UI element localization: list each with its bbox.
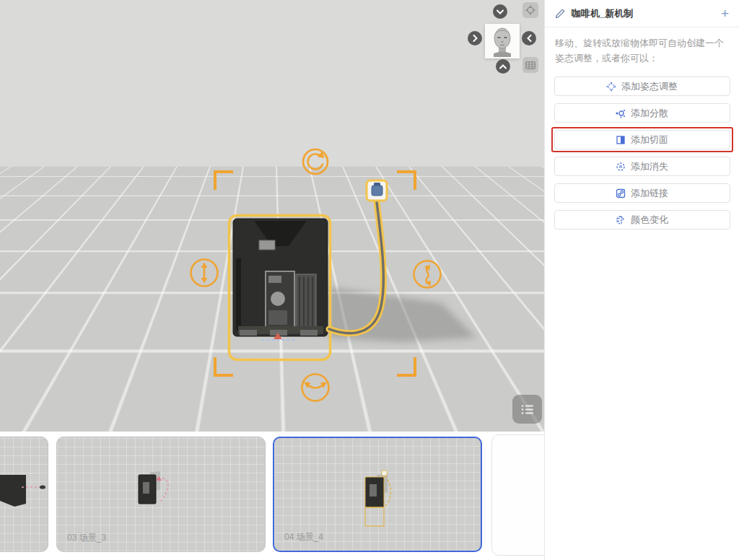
scene-thumbnail-partial[interactable] bbox=[0, 437, 48, 552]
add-pose-adjust-button[interactable]: 添加姿态调整 bbox=[554, 76, 730, 96]
button-label: 添加分散 bbox=[631, 107, 668, 120]
rotate-view-right-button[interactable] bbox=[468, 31, 482, 45]
add-link-button[interactable]: 添加链接 bbox=[554, 183, 730, 203]
grid-toggle-button[interactable] bbox=[522, 57, 538, 73]
button-row: 颜色变化 bbox=[551, 207, 733, 232]
add-section-cut-button[interactable]: 添加切面 bbox=[554, 130, 730, 149]
section-cut-icon bbox=[616, 135, 626, 145]
button-label: 添加消失 bbox=[631, 160, 668, 173]
button-label: 添加切面 bbox=[631, 134, 668, 146]
color-change-icon bbox=[616, 215, 626, 225]
move-vertical-button[interactable] bbox=[191, 260, 218, 286]
panel-description: 移动、旋转或放缩物体即可自动创建一个姿态调整，或者你可以： bbox=[545, 27, 739, 67]
panel-header: 咖啡机_新机制 + bbox=[545, 0, 739, 27]
coffee-machine-object[interactable] bbox=[233, 219, 328, 336]
selection-bracket-bottom-right bbox=[397, 357, 416, 377]
power-plug-object[interactable] bbox=[367, 180, 387, 201]
chevron-down-icon bbox=[497, 9, 504, 14]
chevron-left-icon bbox=[527, 35, 532, 42]
tilt-rotate-button[interactable] bbox=[414, 261, 441, 288]
dissolve-icon bbox=[616, 162, 626, 172]
pose-adjust-icon bbox=[606, 82, 616, 92]
scene-thumbnail-3[interactable]: 03 场景_3 bbox=[56, 437, 266, 552]
rotate-view-down-button[interactable] bbox=[493, 4, 507, 19]
thumbnail-label: 04 场景_4 bbox=[284, 531, 323, 543]
rotate-view-up-button[interactable] bbox=[496, 59, 510, 74]
scatter-icon bbox=[616, 108, 626, 118]
action-button-list: 添加姿态调整 添加分散 bbox=[545, 67, 739, 232]
button-label: 颜色变化 bbox=[631, 214, 668, 227]
scene-filmstrip: 03 场景_3 04 场景_4 bbox=[0, 432, 544, 560]
rotate-cw-button[interactable] bbox=[303, 149, 328, 174]
button-row: 添加链接 bbox=[551, 180, 733, 206]
highlighted-button-row: 添加切面 bbox=[551, 127, 733, 152]
link-icon bbox=[616, 188, 626, 198]
button-row: 添加姿态调整 bbox=[551, 74, 733, 99]
rotate-view-left-button[interactable] bbox=[522, 31, 536, 45]
swing-rotate-button[interactable] bbox=[302, 375, 329, 401]
gizmo-settings-button[interactable] bbox=[522, 2, 538, 18]
chevron-up-icon bbox=[499, 64, 507, 69]
properties-panel: 咖啡机_新机制 + 移动、旋转或放缩物体即可自动创建一个姿态调整，或者你可以： … bbox=[544, 0, 739, 560]
chevron-right-icon bbox=[473, 35, 478, 42]
selection-bracket-top-left bbox=[214, 170, 233, 190]
color-change-button[interactable]: 颜色变化 bbox=[554, 210, 730, 229]
selection-bracket-top-right bbox=[397, 170, 416, 190]
button-row: 添加分散 bbox=[551, 100, 733, 126]
button-row: 添加消失 bbox=[551, 154, 733, 179]
thumbnail-label: 03 场景_3 bbox=[67, 532, 106, 544]
view-orientation-gizmo[interactable] bbox=[485, 24, 520, 58]
project-title: 咖啡机_新机制 bbox=[572, 7, 633, 20]
button-label: 添加姿态调整 bbox=[621, 80, 678, 93]
scene-thumbnail-4-selected[interactable]: 04 场景_4 bbox=[273, 437, 482, 552]
grid-icon bbox=[525, 61, 535, 69]
list-icon bbox=[521, 404, 534, 415]
app-window: 03 场景_3 04 场景_4 咖啡机_新机制 + 移动、旋转或放缩物体即可自动… bbox=[0, 0, 739, 560]
button-label: 添加链接 bbox=[631, 187, 668, 200]
selection-bracket-bottom-left bbox=[214, 357, 233, 377]
thumbnail-preview bbox=[0, 437, 48, 552]
add-scatter-button[interactable]: 添加分散 bbox=[554, 103, 730, 123]
edit-pencil-icon[interactable] bbox=[555, 9, 565, 19]
list-view-button[interactable] bbox=[512, 395, 542, 424]
head-avatar bbox=[485, 24, 520, 58]
target-icon bbox=[525, 5, 535, 15]
viewport-3d-canvas[interactable] bbox=[0, 0, 544, 432]
add-dissolve-button[interactable]: 添加消失 bbox=[554, 157, 730, 176]
add-button[interactable]: + bbox=[721, 6, 729, 20]
